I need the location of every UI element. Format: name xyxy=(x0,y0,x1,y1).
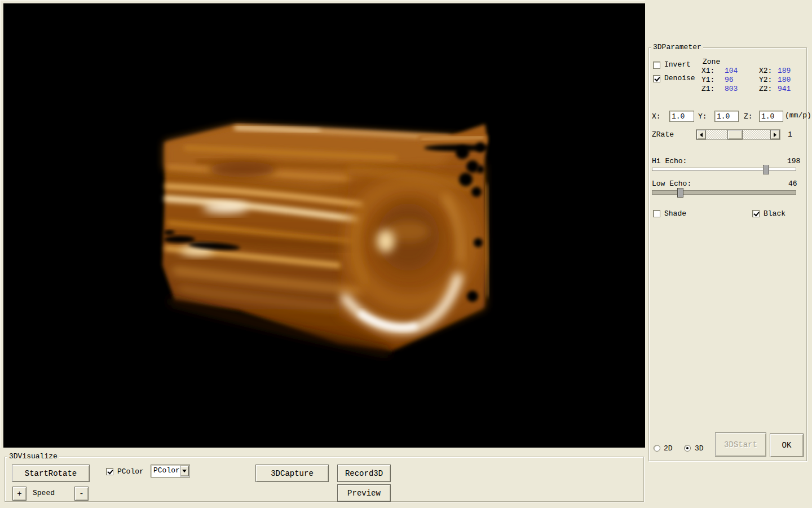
shade-checkbox[interactable] xyxy=(653,210,660,217)
zone-y1-label: Y1: xyxy=(701,76,714,84)
mode-2d-radio[interactable] xyxy=(654,445,660,452)
hi-echo-label: Hi Echo: xyxy=(652,157,687,165)
zrate-scrollbar-thumb[interactable] xyxy=(727,130,743,139)
volume-render-3d xyxy=(3,3,645,448)
parameter-panel: 3DParameter Invert Denoise Zone X1: 104 … xyxy=(645,0,812,508)
3dparameter-group-title: 3DParameter xyxy=(651,43,703,51)
low-echo-slider-thumb[interactable] xyxy=(677,188,683,198)
start-rotate-button[interactable]: StartRotate xyxy=(12,465,90,482)
pcolor-label: PColor xyxy=(117,467,144,476)
hi-echo-value: 198 xyxy=(787,157,800,165)
zone-title: Zone xyxy=(703,58,720,66)
zone-x1-label: X1: xyxy=(701,67,714,75)
mode-2d-label: 2D xyxy=(664,444,673,453)
denoise-label: Denoise xyxy=(664,74,695,82)
black-label: Black xyxy=(764,209,785,218)
3dcapture-button[interactable]: 3DCapture xyxy=(255,465,329,482)
mode-3d-radio[interactable] xyxy=(684,445,691,452)
zone-z1-label: Z1: xyxy=(701,85,714,93)
3dparameter-group: 3DParameter Invert Denoise Zone X1: 104 … xyxy=(648,47,807,461)
ok-button[interactable]: OK xyxy=(770,433,804,457)
zrate-label: ZRate xyxy=(652,130,674,139)
zrate-right-arrow-icon[interactable] xyxy=(770,130,780,139)
pcolor-combobox[interactable]: PColor xyxy=(151,465,190,478)
low-echo-value: 46 xyxy=(788,179,797,188)
scale-x-label: X: xyxy=(652,112,661,121)
invert-label: Invert xyxy=(664,60,691,69)
3dvisualize-group-title: 3DVisualize xyxy=(7,453,59,461)
black-checkbox[interactable] xyxy=(752,210,760,217)
zone-z1-value: 803 xyxy=(725,85,738,93)
zrate-scrollbar[interactable] xyxy=(696,129,780,140)
shade-label: Shade xyxy=(664,209,686,218)
zrate-left-arrow-icon[interactable] xyxy=(696,130,706,139)
scale-z-input[interactable] xyxy=(759,111,783,122)
mode-3d-label: 3D xyxy=(695,444,704,453)
invert-checkbox[interactable] xyxy=(653,62,660,69)
zone-z2-value: 941 xyxy=(778,85,791,93)
zone-x2-value: 189 xyxy=(778,67,791,75)
zone-z2-label: Z2: xyxy=(759,85,772,93)
scale-unit-label: (mm/p) xyxy=(785,111,811,120)
zone-y2-label: Y2: xyxy=(759,76,772,84)
3dvisualize-group: 3DVisualize StartRotate + Speed - PColor… xyxy=(5,457,644,502)
zone-y2-value: 180 xyxy=(778,76,791,84)
3dstart-button[interactable]: 3DStart xyxy=(715,432,766,457)
dropdown-arrow-icon[interactable] xyxy=(180,466,189,476)
hi-echo-slider-thumb[interactable] xyxy=(763,165,769,174)
scale-z-label: Z: xyxy=(744,112,753,121)
render-viewport[interactable] xyxy=(3,3,645,448)
pcolor-combobox-value: PColor xyxy=(153,466,180,475)
speed-plus-button[interactable]: + xyxy=(12,487,27,501)
record3d-button[interactable]: Record3D xyxy=(337,465,391,482)
scale-y-label: Y: xyxy=(698,112,707,121)
visualize-panel: 3DVisualize StartRotate + Speed - PColor… xyxy=(0,448,645,508)
pcolor-checkbox[interactable] xyxy=(106,468,113,475)
zone-x2-label: X2: xyxy=(759,67,772,75)
application-window: 3DParameter Invert Denoise Zone X1: 104 … xyxy=(0,0,812,508)
scale-x-input[interactable] xyxy=(669,111,694,122)
hi-echo-slider-track[interactable] xyxy=(652,168,796,171)
zrate-value: 1 xyxy=(788,130,792,139)
zone-x1-value: 104 xyxy=(725,67,738,75)
speed-minus-button[interactable]: - xyxy=(74,487,89,501)
low-echo-label: Low Echo: xyxy=(652,179,691,188)
preview-button[interactable]: Preview xyxy=(337,484,391,502)
low-echo-slider-track[interactable] xyxy=(652,190,796,195)
denoise-checkbox[interactable] xyxy=(653,75,660,82)
scale-y-input[interactable] xyxy=(714,111,739,122)
speed-label: Speed xyxy=(33,489,55,497)
zone-y1-value: 96 xyxy=(725,76,734,84)
